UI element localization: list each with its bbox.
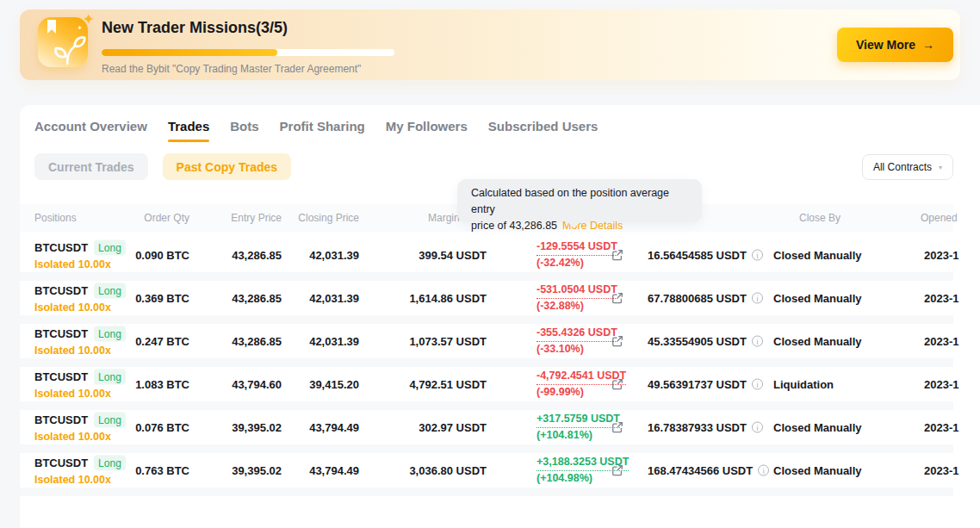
close-by-cell: Closed Manually [773,292,911,305]
banner-subtitle: Read the Bybit "Copy Trading Master Trad… [102,63,361,75]
closed-pnl-value[interactable]: -129.5554 USDT [537,239,617,256]
info-icon[interactable]: i [752,293,763,304]
profit-sharing-value: 16.78387933 USDT [648,421,747,434]
closing-price-cell: 42,031.39 [273,335,359,348]
entry-price-cell: 43,794.60 [211,378,282,391]
external-link-icon[interactable] [611,292,623,304]
external-link-icon[interactable] [611,421,623,433]
opened-cell: 2023-1 [924,292,962,305]
chevron-down-icon: ▾ [939,164,942,171]
column-header-positions: Positions [34,212,77,224]
column-header-close-by: Close By [799,212,840,224]
close-by-cell: Closed Manually [773,464,911,477]
column-header-closing-price: Closing Price [273,212,359,224]
tab-account-overview[interactable]: Account Overview [34,119,147,149]
info-icon[interactable]: i [758,465,769,476]
entry-price-cell: 43,286.85 [211,335,282,348]
missions-progress-bar [102,49,394,56]
opened-cell: 2023-1 [924,378,962,391]
margin-cell: 3,036.80 USDT [381,464,487,477]
column-header-entry-price: Entry Price [211,212,282,224]
column-header-opened: Opened [921,212,958,224]
bookmark-icon [47,20,56,34]
profit-sharing-value: 67.78800685 USDT [648,292,747,305]
profit-sharing-cell: 16.78387933 USDT i [648,421,777,434]
order-qty-cell: 0.369 BTC [106,292,189,305]
order-qty-cell: 0.076 BTC [106,421,189,434]
opened-cell: 2023-1 [924,335,962,348]
trade-filter-row: Current Trades Past Copy Trades [34,153,291,180]
profit-sharing-cell: 49.56391737 USDT i [648,378,777,391]
external-link-icon[interactable] [611,464,623,476]
closed-pnl-value[interactable]: -355.4326 USDT [537,326,617,342]
symbol-label: BTCUSDT [34,413,88,427]
table-row: BTCUSDT Long Isolated 10.00x 0.369 BTC 4… [20,281,953,324]
tab-bots[interactable]: Bots [230,119,258,149]
margin-cell: 399.54 USDT [381,249,487,262]
missions-banner: ✦ ✦ New Trader Missions(3/5) Read the By… [20,9,960,80]
view-more-label: View More [856,38,915,52]
close-by-cell: Closed Manually [773,249,911,262]
current-trades-tab[interactable]: Current Trades [34,153,148,180]
table-body: BTCUSDT Long Isolated 10.00x 0.090 BTC 4… [20,238,953,496]
tab-my-followers[interactable]: My Followers [386,119,468,149]
order-qty-cell: 1.083 BTC [106,378,189,391]
external-link-icon[interactable] [611,378,623,390]
order-qty-cell: 0.763 BTC [106,464,189,477]
entry-price-cell: 43,286.85 [211,249,282,262]
column-header-order-qty: Order Qty [106,212,189,224]
symbol-label: BTCUSDT [34,327,88,341]
closing-price-cell: 43,794.49 [273,464,359,477]
tab-trades[interactable]: Trades [168,119,209,149]
table-row: BTCUSDT Long Isolated 10.00x 0.247 BTC 4… [20,324,953,367]
order-qty-cell: 0.090 BTC [106,249,189,262]
closed-pnl-value[interactable]: +317.5759 USDT [537,412,620,428]
column-header-margin: Margin [428,212,460,224]
info-icon[interactable]: i [752,379,763,390]
opened-cell: 2023-1 [924,464,962,477]
profit-sharing-value: 45.33554905 USDT [648,335,747,348]
info-icon[interactable]: i [752,422,763,433]
contracts-dropdown[interactable]: All Contracts ▾ [862,154,953,180]
symbol-label: BTCUSDT [34,457,88,470]
tooltip-line1: Calculated based on the position average… [471,185,688,218]
profit-sharing-value: 16.56454585 USDT [648,249,747,262]
external-link-icon[interactable] [611,249,623,261]
view-more-button[interactable]: View More → [837,28,953,62]
opened-cell: 2023-1 [924,249,962,262]
entry-price-cell: 43,286.85 [211,292,282,305]
tab-profit-sharing[interactable]: Profit Sharing [280,119,365,149]
entry-price-cell: 39,395.02 [211,464,282,477]
order-qty-cell: 0.247 BTC [106,335,189,348]
external-link-icon[interactable] [611,335,623,347]
tab-bar: Account OverviewTradesBotsProfit Sharing… [34,119,598,149]
banner-title: New Trader Missions(3/5) [102,19,288,37]
info-icon[interactable]: i [752,336,763,347]
opened-cell: 2023-1 [924,421,962,434]
close-by-cell: Closed Manually [773,335,911,348]
profit-sharing-cell: 16.56454585 USDT i [648,249,777,262]
contracts-dropdown-label: All Contracts [873,161,932,173]
margin-cell: 1,614.86 USDT [381,292,487,305]
symbol-label: BTCUSDT [34,284,88,298]
arrow-right-icon: → [922,38,934,52]
pnl-tooltip: Calculated based on the position average… [457,179,702,222]
sparkle-icon: ✦ [83,10,95,28]
table-row: BTCUSDT Long Isolated 10.00x 0.076 BTC 3… [20,410,953,453]
profit-sharing-cell: 67.78800685 USDT i [648,292,777,305]
closed-pnl-value[interactable]: -531.0504 USDT [537,283,617,299]
closing-price-cell: 43,794.49 [273,421,359,434]
table-row: BTCUSDT Long Isolated 10.00x 0.763 BTC 3… [20,453,953,496]
margin-cell: 302.97 USDT [381,421,487,434]
past-copy-trades-tab[interactable]: Past Copy Trades [163,153,292,180]
margin-cell: 4,792.51 USDT [381,378,487,391]
profit-sharing-cell: 168.47434566 USDT i [648,464,777,477]
close-by-cell: Closed Manually [773,421,911,434]
tab-subscribed-users[interactable]: Subscribed Users [488,119,599,149]
info-icon[interactable]: i [752,250,763,261]
missions-progress-fill [102,49,277,56]
closing-price-cell: 39,415.20 [273,378,359,391]
entry-price-cell: 39,395.02 [211,421,282,434]
trading-panel: Account OverviewTradesBotsProfit Sharing… [20,105,980,528]
page: ✦ ✦ New Trader Missions(3/5) Read the By… [0,0,980,528]
